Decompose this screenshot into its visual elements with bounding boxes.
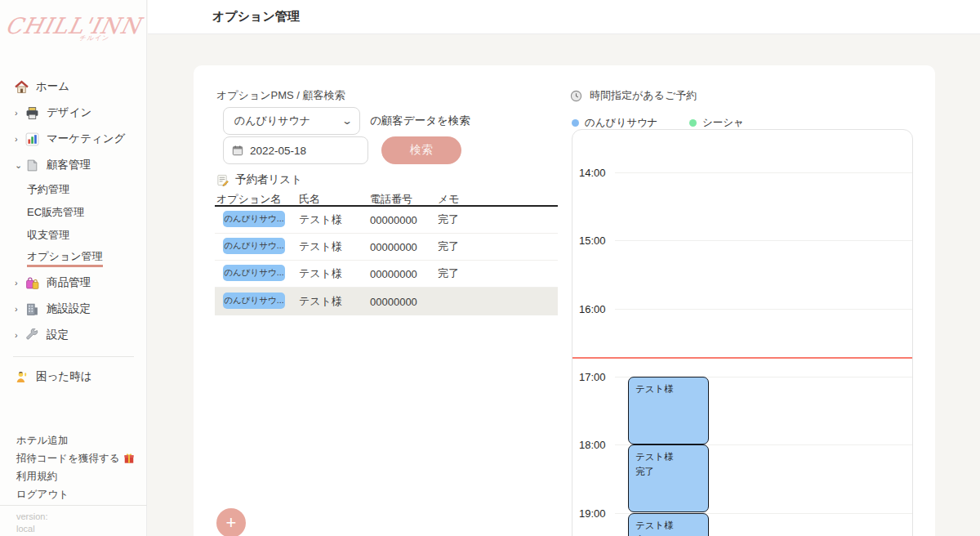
cell-phone: 00000000 [370,296,438,308]
chevron-right-icon: › [15,109,25,118]
add-reservation-fab[interactable]: + [216,508,246,536]
add-hotel-link[interactable]: ホテル追加 [0,431,147,449]
sidebar-subitem-balance-mgmt[interactable]: 収支管理 [0,224,147,247]
sidebar-subitem-ec-sales-mgmt[interactable]: EC販売管理 [0,201,147,224]
event-block[interactable]: テスト様 完了 [628,513,709,536]
sidebar-item-label: デザイン [47,105,91,120]
sidebar-item-label: マーケティング [47,132,125,146]
logout-link[interactable]: ログアウト [0,485,147,503]
cell-memo: 完了 [438,239,519,254]
hour-label: 17:00 [579,371,613,383]
timeline-title: 時間指定があるご予約 [570,88,697,103]
terms-link[interactable]: 利用規約 [0,467,147,485]
search-button[interactable]: 検索 [381,136,461,164]
search-section-title: オプションPMS / 顧客検索 [216,88,345,103]
col-header-phone: 電話番号 [370,192,438,205]
event-block[interactable]: テスト様 [628,377,709,444]
calendar-icon [232,145,243,156]
table-header-row: オプション名 氏名 電話番号 メモ [215,192,558,207]
col-header-option: オプション名 [215,192,299,205]
sidebar-subitem-label: オプション管理 [27,249,103,267]
option-select-value: のんびりサウナ [234,114,310,128]
link-label: 利用規約 [16,470,57,484]
version-info: version: local [0,505,147,536]
sidebar-item-home[interactable]: ホーム [0,74,147,100]
sidebar-item-settings[interactable]: › 設定 [0,322,147,348]
timeline-calendar[interactable]: 14:00 15:00 16:00 17:00 18:00 19:00 テスト様… [572,129,913,536]
option-select[interactable]: のんびりサウナ ⌄ [223,107,360,135]
bar-chart-icon [25,132,39,146]
sidebar-item-customers[interactable]: ⌄ 顧客管理 [0,152,147,178]
event-block[interactable]: テスト様 完了 [628,444,709,512]
table-row-selected[interactable]: のんびりサウ... テスト様 00000000 [215,288,558,315]
sidebar-subitem-label: 収支管理 [27,228,69,243]
sidebar-item-facility[interactable]: › 施設設定 [0,296,147,322]
event-title: テスト様 [635,450,702,465]
current-time-indicator [572,357,912,359]
printer-icon [25,106,39,120]
version-label: version: [16,511,147,523]
table-row[interactable]: のんびりサウ... テスト様 00000000 完了 [215,234,558,261]
sidebar-subitem-reservation-mgmt[interactable]: 予約管理 [0,178,147,201]
content-card: オプションPMS / 顧客検索 のんびりサウナ ⌄ の顧客データを検索 2022… [194,65,935,536]
cell-name: テスト様 [299,266,370,281]
hour-label: 14:00 [579,167,613,179]
col-header-memo: メモ [438,192,519,205]
building-icon [25,302,39,316]
chevron-down-icon: ⌄ [341,115,353,127]
chevron-right-icon: › [15,305,25,314]
sidebar-item-help[interactable]: 困った時は [0,364,147,390]
sidebar-item-marketing[interactable]: › マーケティング [0,126,147,152]
legend-label: のんびりサウナ [585,116,658,130]
invite-code-link[interactable]: 招待コードを獲得する [0,449,147,467]
version-value: local [16,523,147,535]
link-label: ホテル追加 [16,434,68,448]
option-badge: のんびりサウ... [223,211,285,227]
sidebar-item-label: 困った時は [36,369,91,384]
sidebar-divider [13,356,134,357]
person-raising-hand-icon [15,370,29,384]
timeline-title-text: 時間指定があるご予約 [590,88,697,103]
sidebar: CHILL'INN チルイン ホーム › デザイン › マーケティング ⌄ [0,0,147,536]
gift-icon [123,453,135,464]
cell-name: テスト様 [299,212,370,227]
cell-phone: 00000000 [370,214,438,226]
option-badge: のんびりサウ... [223,293,285,309]
event-title: テスト様 [635,519,702,534]
option-badge: のんびりサウ... [223,238,285,254]
legend-dot-blue [572,119,579,127]
sidebar-item-label: 顧客管理 [47,158,91,172]
cell-phone: 00000000 [370,268,438,280]
link-label: 招待コードを獲得する [16,452,119,466]
sidebar-nav: ホーム › デザイン › マーケティング ⌄ 顧客管理 予約管理 [0,74,147,390]
table-row[interactable]: のんびりサウ... テスト様 00000000 完了 [215,261,558,288]
sidebar-item-design[interactable]: › デザイン [0,100,147,126]
sidebar-subitem-label: 予約管理 [27,182,69,197]
date-input-value: 2022-05-18 [250,145,306,157]
hour-label: 19:00 [579,507,613,520]
chevron-right-icon: › [15,135,25,144]
link-label: ログアウト [16,488,69,502]
event-status: 完了 [635,465,702,480]
wrench-icon [25,328,39,342]
cell-phone: 00000000 [370,241,438,253]
sidebar-item-products[interactable]: › 商品管理 [0,270,147,296]
sidebar-footer-links: ホテル追加 招待コードを獲得する 利用規約 ログアウト [0,431,147,503]
event-title: テスト様 [635,382,702,397]
sidebar-subitem-label: EC販売管理 [27,205,84,220]
legend-dot-green [689,119,697,127]
hour-gridline [615,172,912,173]
reservation-list-title-text: 予約者リスト [235,172,302,187]
home-icon [15,80,29,94]
chevron-right-icon: › [15,279,25,288]
top-header: オプション管理 [148,0,980,34]
date-input[interactable]: 2022-05-18 [223,136,368,164]
table-row[interactable]: のんびりサウ... テスト様 00000000 完了 [215,207,558,234]
sidebar-subitem-option-mgmt-active[interactable]: オプション管理 [0,247,147,270]
sidebar-item-label: 商品管理 [47,275,91,290]
chevron-down-icon: ⌄ [15,161,25,170]
brand-logo[interactable]: CHILL'INN チルイン [0,13,147,42]
cell-name: テスト様 [299,294,370,309]
main-content: オプションPMS / 顧客検索 のんびりサウナ ⌄ の顧客データを検索 2022… [148,34,980,536]
hour-label: 15:00 [579,234,613,247]
